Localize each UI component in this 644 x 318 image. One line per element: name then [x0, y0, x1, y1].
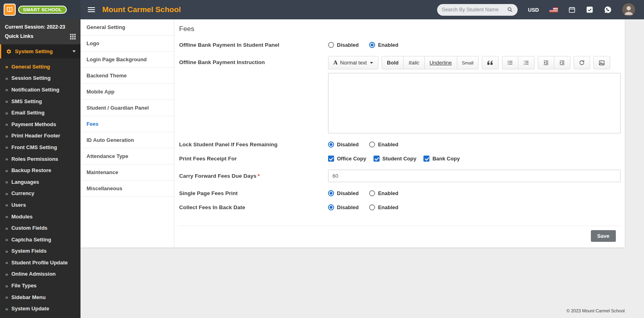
sidebar-item-session-setting[interactable]: Session Setting — [0, 73, 80, 84]
whatsapp-icon[interactable] — [604, 6, 612, 14]
redo-button[interactable] — [574, 56, 590, 69]
radio-option-enabled[interactable]: Enabled — [369, 204, 398, 210]
search-icon[interactable] — [507, 7, 513, 12]
sidebar-section-system-setting[interactable]: System Setting — [0, 44, 80, 58]
grid-icon[interactable] — [70, 34, 76, 39]
checkbox-option-office-copy[interactable]: Office Copy — [328, 156, 366, 162]
double-chevron-icon — [5, 282, 8, 289]
student-copy-checkbox[interactable] — [374, 156, 380, 162]
settings-card: General Setting Logo Login Page Backgrou… — [80, 19, 625, 247]
office-copy-checkbox[interactable] — [328, 156, 334, 162]
sidebar-item-users[interactable]: Users — [0, 199, 80, 211]
blockquote-button[interactable] — [482, 56, 499, 69]
radio-option-disabled[interactable]: Disabled — [328, 42, 359, 48]
double-chevron-icon — [5, 121, 8, 128]
quick-links[interactable]: Quick Links — [5, 32, 76, 41]
italic-button[interactable]: Italic — [403, 56, 425, 69]
sidebar-item-general-setting[interactable]: General Setting — [0, 61, 80, 73]
subnav-item-attendance-type[interactable]: Attendance Type — [80, 148, 174, 164]
sidebar-item-modules[interactable]: Modules — [0, 211, 80, 222]
sidebar-item-currency[interactable]: Currency — [0, 188, 80, 200]
underline-button[interactable]: Underline — [424, 56, 457, 69]
sidebar-item-languages[interactable]: Languages — [0, 176, 80, 188]
small-button[interactable]: Small — [457, 56, 479, 69]
sidebar-item-print-header-footer[interactable]: Print Header Footer — [0, 130, 80, 142]
subnav-item-maintenance[interactable]: Maintenance — [80, 164, 174, 181]
radio-enabled[interactable] — [369, 42, 375, 48]
radio-disabled[interactable] — [328, 141, 334, 148]
radio-option-disabled[interactable]: Disabled — [328, 190, 359, 196]
radio-option-enabled[interactable]: Enabled — [369, 141, 398, 148]
sidebar-item-file-types[interactable]: File Types — [0, 280, 80, 291]
user-avatar[interactable] — [622, 3, 635, 16]
subnav-item-logo[interactable]: Logo — [80, 35, 174, 52]
radio-enabled[interactable] — [369, 190, 375, 196]
sidebar-item-online-admission[interactable]: Online Admission — [0, 268, 80, 280]
radio-label: Enabled — [378, 42, 398, 48]
insert-image-button[interactable] — [593, 56, 610, 69]
radio-option-disabled[interactable]: Disabled — [328, 141, 359, 148]
indent-button[interactable] — [554, 56, 570, 69]
subnav-item-id-auto-generation[interactable]: ID Auto Generation — [80, 132, 174, 148]
checkbox-option-bank-copy[interactable]: Bank Copy — [423, 156, 460, 162]
radio-option-disabled[interactable]: Disabled — [328, 204, 359, 210]
sidebar-item-roles-permissions[interactable]: Roles Permissions — [0, 153, 80, 165]
sidebar-item-student-profile-update[interactable]: Student Profile Update — [0, 257, 80, 268]
gear-icon — [6, 49, 12, 54]
double-chevron-icon — [5, 270, 8, 278]
save-button[interactable]: Save — [591, 230, 616, 242]
sidebar-item-notification-setting[interactable]: Notification Setting — [0, 84, 80, 96]
unordered-list-button[interactable] — [502, 56, 518, 69]
book-logo-icon — [4, 4, 16, 16]
radio-enabled[interactable] — [369, 204, 375, 210]
caret-down-icon — [370, 62, 373, 64]
subnav-item-mobile-app[interactable]: Mobile App — [80, 84, 174, 100]
editor-content[interactable] — [328, 73, 621, 133]
editor-toolbar: A Normal text Bold Italic Underline Smal… — [328, 56, 621, 69]
quote-icon — [487, 60, 493, 65]
radio-disabled[interactable] — [328, 42, 334, 48]
bank-copy-checkbox[interactable] — [423, 156, 429, 162]
us-flag-icon[interactable] — [549, 7, 558, 12]
sidebar-item-custom-fields[interactable]: Custom Fields — [0, 222, 80, 234]
form-row-single-page: Single Page Fees Print Disabled Enabled — [179, 190, 621, 196]
subnav-item-login-page-background[interactable]: Login Page Background — [80, 52, 174, 68]
subnav-item-student-guardian-panel[interactable]: Student / Guardian Panel — [80, 100, 174, 116]
search-input[interactable] — [442, 7, 505, 12]
subnav-item-miscellaneous[interactable]: Miscellaneous — [80, 181, 174, 197]
sidebar-item-sms-setting[interactable]: SMS Setting — [0, 96, 80, 107]
double-chevron-icon — [5, 86, 8, 93]
checkbox-option-student-copy[interactable]: Student Copy — [374, 156, 417, 162]
sidebar-item-system-update[interactable]: System Update — [0, 303, 80, 314]
sidebar-item-sidebar-menu[interactable]: Sidebar Menu — [0, 291, 80, 303]
subnav-item-fees[interactable]: Fees — [80, 116, 174, 132]
currency-selector[interactable]: USD — [528, 7, 539, 13]
sidebar-item-captcha-setting[interactable]: Captcha Setting — [0, 234, 80, 245]
brand-logo[interactable]: SMART SCHOOL — [0, 0, 80, 19]
radio-option-enabled[interactable]: Enabled — [369, 190, 398, 196]
radio-option-enabled[interactable]: Enabled — [369, 42, 398, 48]
task-check-icon[interactable] — [586, 6, 593, 13]
subnav-item-backend-theme[interactable]: Backend Theme — [80, 68, 174, 84]
radio-disabled[interactable] — [328, 190, 334, 196]
sidebar-item-email-setting[interactable]: Email Setting — [0, 107, 80, 118]
student-search[interactable] — [437, 4, 518, 16]
radio-disabled[interactable] — [328, 204, 334, 210]
ordered-list-button[interactable]: 12 — [518, 56, 535, 69]
sidebar-item-payment-methods[interactable]: Payment Methods — [0, 118, 80, 130]
field-label: Single Page Fees Print — [179, 190, 328, 196]
double-chevron-icon — [5, 247, 8, 255]
sidebar-item-system-fields[interactable]: System Fields — [0, 245, 80, 257]
calendar-icon[interactable] — [568, 6, 576, 13]
carry-forward-input[interactable] — [328, 170, 621, 182]
style-dropdown[interactable]: A Normal text — [328, 56, 378, 69]
current-session-label: Current Session: 2022-23 — [5, 23, 76, 32]
radio-enabled[interactable] — [369, 141, 375, 148]
subnav-item-general-setting[interactable]: General Setting — [80, 19, 174, 35]
hamburger-menu-icon[interactable] — [88, 7, 95, 12]
save-row: Save — [179, 226, 621, 247]
sidebar-item-backup-restore[interactable]: Backup Restore — [0, 164, 80, 176]
sidebar-item-front-cms-setting[interactable]: Front CMS Setting — [0, 141, 80, 153]
outdent-button[interactable] — [538, 56, 554, 69]
bold-button[interactable]: Bold — [382, 56, 404, 69]
